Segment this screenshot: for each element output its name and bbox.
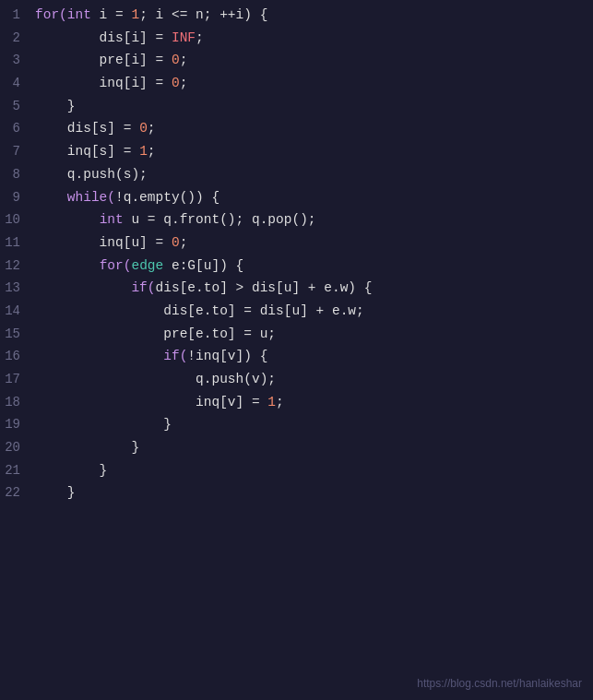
line-number: 19 xyxy=(0,415,35,435)
table-row: 21 } xyxy=(0,459,593,482)
code-content: for(edge e:G[u]) { xyxy=(35,255,243,276)
line-number: 3 xyxy=(0,51,35,71)
code-content: } xyxy=(35,460,107,481)
code-content: } xyxy=(35,96,76,116)
table-row: 10 int u = q.front(); q.pop(); xyxy=(0,208,593,231)
code-token xyxy=(35,280,131,295)
code-content: } xyxy=(35,437,139,457)
code-token: } xyxy=(35,440,139,455)
table-row: 12 for(edge e:G[u]) { xyxy=(0,255,593,278)
code-token xyxy=(35,349,163,363)
code-token: inq[s] = xyxy=(35,144,139,159)
code-content: inq[i] = 0; xyxy=(35,73,187,93)
code-token: int xyxy=(100,212,124,227)
table-row: 20 } xyxy=(0,436,593,459)
code-content: pre[e.to] = u; xyxy=(35,324,276,344)
code-token: inq[i] = xyxy=(35,76,172,90)
code-token: u = q.front(); q.pop(); xyxy=(124,212,316,227)
code-token: 0 xyxy=(172,76,180,90)
code-token: 0 xyxy=(172,235,180,250)
line-number: 13 xyxy=(0,279,35,299)
line-number: 9 xyxy=(0,188,35,208)
line-number: 20 xyxy=(0,438,35,458)
table-row: 15 pre[e.to] = u; xyxy=(0,323,593,346)
code-content: if(dis[e.to] > dis[u] + e.w) { xyxy=(35,278,372,298)
table-row: 18 inq[v] = 1; xyxy=(0,391,593,414)
code-content: int u = q.front(); q.pop(); xyxy=(35,209,316,230)
code-content: inq[s] = 1; xyxy=(35,141,156,161)
code-token: 0 xyxy=(172,53,180,67)
code-token: !q.empty()) { xyxy=(115,190,219,205)
table-row: 11 inq[u] = 0; xyxy=(0,231,593,255)
table-row: 22 } xyxy=(0,481,593,504)
line-number: 18 xyxy=(0,393,35,413)
line-number: 12 xyxy=(0,256,35,277)
code-token: !inq[v]) { xyxy=(187,349,267,363)
code-token: } xyxy=(35,463,107,478)
code-token: dis[e.to] = dis[u] + e.w; xyxy=(35,303,364,318)
code-token: if( xyxy=(131,280,155,295)
line-number: 5 xyxy=(0,97,35,117)
code-token: pre[i] = xyxy=(35,53,172,67)
code-token: while( xyxy=(35,190,115,205)
code-token: dis[i] = xyxy=(35,30,172,45)
table-row: 5 } xyxy=(0,95,593,118)
code-token: q.push(v); xyxy=(35,372,276,386)
table-row: 13 if(dis[e.to] > dis[u] + e.w) { xyxy=(0,277,593,300)
table-row: 2 dis[i] = INF; xyxy=(0,27,593,50)
code-editor: 1for(int i = 1; i <= n; ++i) {2 dis[i] =… xyxy=(0,0,593,700)
table-row: 9 while(!q.empty()) { xyxy=(0,186,593,209)
code-content: inq[u] = 0; xyxy=(35,232,187,253)
code-token: int xyxy=(67,7,91,22)
code-token: ; xyxy=(148,144,156,159)
code-token xyxy=(35,258,100,273)
code-token: for( xyxy=(100,258,132,273)
code-token: ; i <= n; ++i) { xyxy=(139,7,267,22)
code-token: dis[e.to] > dis[u] + e.w) { xyxy=(156,280,373,295)
code-content: for(int i = 1; i <= n; ++i) { xyxy=(35,5,267,25)
code-token: inq[u] = xyxy=(35,235,172,250)
code-token: 0 xyxy=(139,121,148,136)
table-row: 17 q.push(v); xyxy=(0,368,593,391)
code-token: if( xyxy=(163,349,187,363)
code-token: 1 xyxy=(139,144,148,159)
line-number: 15 xyxy=(0,325,35,345)
code-token: ; xyxy=(180,76,188,90)
code-token: edge xyxy=(131,258,163,273)
code-token: dis[s] = xyxy=(35,121,139,136)
line-number: 1 xyxy=(0,6,35,26)
line-number: 4 xyxy=(0,74,35,94)
table-row: 14 dis[e.to] = dis[u] + e.w; xyxy=(0,300,593,323)
table-row: 16 if(!inq[v]) { xyxy=(0,345,593,368)
table-row: 7 inq[s] = 1; xyxy=(0,140,593,163)
code-content: dis[e.to] = dis[u] + e.w; xyxy=(35,301,364,321)
line-number: 21 xyxy=(0,461,35,481)
line-number: 10 xyxy=(0,210,35,231)
line-number: 2 xyxy=(0,29,35,49)
code-token: ; xyxy=(196,30,204,45)
code-token: 1 xyxy=(267,395,276,409)
table-row: 4 inq[i] = 0; xyxy=(0,72,593,95)
code-token: q.push(s); xyxy=(35,167,148,182)
code-content: } xyxy=(35,414,172,434)
code-token: for( xyxy=(35,7,67,22)
watermark: https://blog.csdn.net/hanlaikeshar xyxy=(417,675,582,693)
code-token: pre[e.to] = u; xyxy=(35,326,276,341)
line-number: 22 xyxy=(0,483,35,504)
code-token: 1 xyxy=(131,7,139,22)
code-token xyxy=(35,212,100,227)
code-content: pre[i] = 0; xyxy=(35,50,187,70)
table-row: 3 pre[i] = 0; xyxy=(0,49,593,72)
code-token: inq[v] = xyxy=(35,395,267,409)
line-number: 6 xyxy=(0,119,35,139)
code-content: q.push(v); xyxy=(35,369,276,389)
line-number: 16 xyxy=(0,347,35,367)
code-token: } xyxy=(35,485,76,500)
code-content: } xyxy=(35,482,76,503)
code-content: dis[i] = INF; xyxy=(35,28,204,48)
code-lines-container: 1for(int i = 1; i <= n; ++i) {2 dis[i] =… xyxy=(0,4,593,504)
code-token: ; xyxy=(180,53,188,67)
code-token: } xyxy=(35,417,172,432)
line-number: 11 xyxy=(0,233,35,254)
table-row: 8 q.push(s); xyxy=(0,163,593,186)
